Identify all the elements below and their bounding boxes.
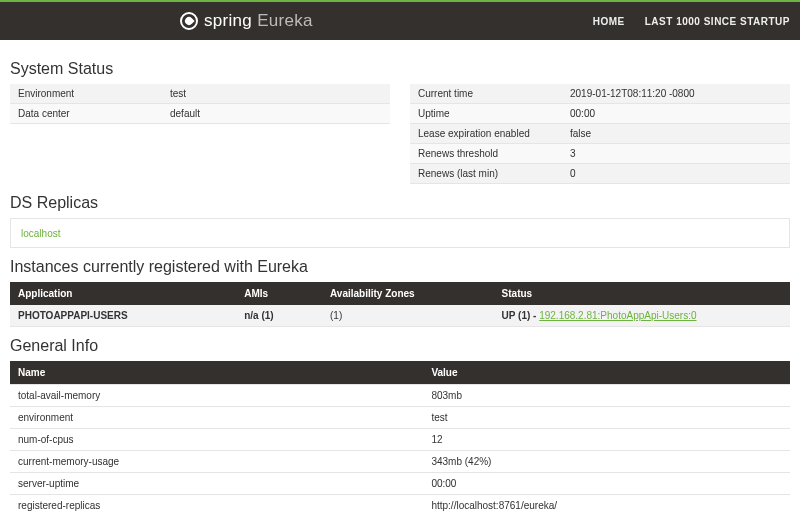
table-row: num-of-cpus12 <box>10 429 790 451</box>
gen-name: num-of-cpus <box>10 429 423 451</box>
instances-table-head: Application AMIs Availability Zones Stat… <box>10 282 790 305</box>
table-row: environmenttest <box>10 407 790 429</box>
general-info-head: Name Value <box>10 361 790 385</box>
gen-value: 803mb <box>423 385 790 407</box>
gen-name: server-uptime <box>10 473 423 495</box>
ss-key: Data center <box>10 104 162 124</box>
system-status-left-table: Environmenttest Data centerdefault <box>10 84 390 124</box>
table-row: Renews (last min)0 <box>410 164 790 184</box>
instance-amis: n/a (1) <box>236 305 322 327</box>
brand-spring: spring <box>204 11 252 30</box>
brand-eureka: Eureka <box>257 11 313 30</box>
gen-name: registered-replicas <box>10 495 423 516</box>
table-row: registered-replicashttp://localhost:8761… <box>10 495 790 516</box>
nav-links: HOME LAST 1000 SINCE STARTUP <box>593 16 790 27</box>
table-row: Uptime00:00 <box>410 104 790 124</box>
th-name: Name <box>10 361 423 385</box>
ss-key: Current time <box>410 84 562 104</box>
ss-key: Renews (last min) <box>410 164 562 184</box>
ss-val: 3 <box>562 144 790 164</box>
instance-status-link[interactable]: 192.168.2.81:PhotoAppApi-Users:0 <box>539 310 696 321</box>
ss-key: Lease expiration enabled <box>410 124 562 144</box>
th-application: Application <box>10 282 236 305</box>
navbar: spring Eureka HOME LAST 1000 SINCE START… <box>0 2 800 40</box>
ss-val: 0 <box>562 164 790 184</box>
section-instances: Instances currently registered with Eure… <box>10 258 790 276</box>
table-row: total-avail-memory803mb <box>10 385 790 407</box>
instance-amis-text: n/a (1) <box>244 310 273 321</box>
brand-logo[interactable]: spring Eureka <box>180 11 313 31</box>
instance-app: PHOTOAPPAPI-USERS <box>10 305 236 327</box>
gen-value: 343mb (42%) <box>423 451 790 473</box>
section-general-info: General Info <box>10 337 790 355</box>
spring-leaf-icon <box>180 12 198 30</box>
ss-key: Renews threshold <box>410 144 562 164</box>
gen-value: test <box>423 407 790 429</box>
table-row: Renews threshold3 <box>410 144 790 164</box>
gen-name: environment <box>10 407 423 429</box>
ds-replicas-box: localhost <box>10 218 790 248</box>
ss-val: test <box>162 84 390 104</box>
table-row: server-uptime00:00 <box>10 473 790 495</box>
instance-az: (1) <box>322 305 494 327</box>
instances-table: Application AMIs Availability Zones Stat… <box>10 282 790 327</box>
table-row: Lease expiration enabledfalse <box>410 124 790 144</box>
instance-row: PHOTOAPPAPI-USERS n/a (1) (1) UP (1) - 1… <box>10 305 790 327</box>
th-value: Value <box>423 361 790 385</box>
nav-last1000[interactable]: LAST 1000 SINCE STARTUP <box>645 16 790 27</box>
instance-status-prefix: UP (1) - <box>502 310 540 321</box>
gen-value: http://localhost:8761/eureka/ <box>423 495 790 516</box>
system-status-right-table: Current time2019-01-12T08:11:20 -0800 Up… <box>410 84 790 184</box>
th-amis: AMIs <box>236 282 322 305</box>
table-row: Current time2019-01-12T08:11:20 -0800 <box>410 84 790 104</box>
section-ds-replicas: DS Replicas <box>10 194 790 212</box>
ss-val: 2019-01-12T08:11:20 -0800 <box>562 84 790 104</box>
system-status-right: Current time2019-01-12T08:11:20 -0800 Up… <box>410 84 790 184</box>
content: System Status Environmenttest Data cente… <box>0 40 800 515</box>
brand-text: spring Eureka <box>204 11 313 31</box>
nav-home[interactable]: HOME <box>593 16 625 27</box>
ss-key: Uptime <box>410 104 562 124</box>
gen-name: total-avail-memory <box>10 385 423 407</box>
table-row: Data centerdefault <box>10 104 390 124</box>
th-status: Status <box>494 282 790 305</box>
th-az: Availability Zones <box>322 282 494 305</box>
ds-replica-link[interactable]: localhost <box>21 228 60 239</box>
general-info-table: Name Value total-avail-memory803mbenviro… <box>10 361 790 515</box>
gen-value: 12 <box>423 429 790 451</box>
instance-status: UP (1) - 192.168.2.81:PhotoAppApi-Users:… <box>494 305 790 327</box>
system-status-left: Environmenttest Data centerdefault <box>10 84 390 184</box>
ss-val: false <box>562 124 790 144</box>
ss-key: Environment <box>10 84 162 104</box>
section-system-status: System Status <box>10 60 790 78</box>
system-status-row: Environmenttest Data centerdefault Curre… <box>10 84 790 184</box>
table-row: Environmenttest <box>10 84 390 104</box>
ss-val: 00:00 <box>562 104 790 124</box>
gen-name: current-memory-usage <box>10 451 423 473</box>
ss-val: default <box>162 104 390 124</box>
table-row: current-memory-usage343mb (42%) <box>10 451 790 473</box>
gen-value: 00:00 <box>423 473 790 495</box>
